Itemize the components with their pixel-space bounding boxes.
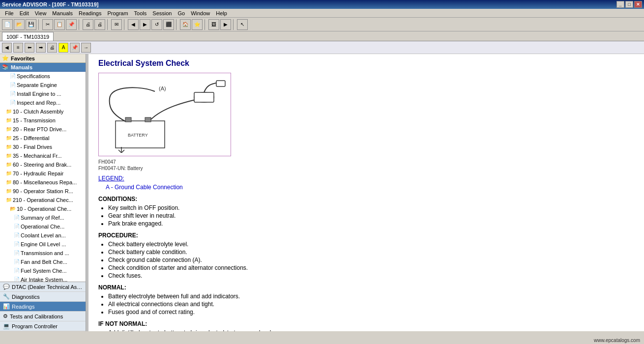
tree-item-8[interactable]: 📁30 - Final Drives	[0, 143, 86, 151]
tab-bar: 100F - TM103319	[0, 31, 644, 41]
procedure-3: Check condition of starter and alternato…	[108, 264, 634, 271]
tree-item-0[interactable]: 📄Specifications	[0, 72, 86, 81]
sidebar-manuals[interactable]: 📚 Manuals	[0, 63, 86, 72]
sidebar-readings[interactable]: 📊 Readings	[0, 302, 86, 312]
menu-readings[interactable]: Readings	[76, 10, 104, 17]
paste-button[interactable]: 📌	[66, 19, 77, 30]
tree-label-8: 30 - Final Drives	[13, 143, 52, 151]
condition-1: Gear shift lever in neutral.	[108, 212, 634, 219]
nav-arrow[interactable]: →	[81, 43, 91, 53]
tree-item-22[interactable]: 📄Fuel System Che...	[0, 266, 86, 275]
menu-manuals[interactable]: Manuals	[49, 10, 76, 17]
tree-item-15[interactable]: 📂10 - Operational Che...	[0, 204, 86, 213]
nav-prev-page[interactable]: ⬅	[25, 43, 34, 53]
home-button[interactable]: 🏠	[180, 19, 191, 30]
video-button[interactable]: ▶	[220, 19, 231, 30]
menu-window[interactable]: Window	[188, 10, 213, 17]
close-button[interactable]: ✕	[634, 1, 642, 8]
print-button[interactable]: 🖨	[83, 19, 93, 30]
open-button[interactable]: 📂	[14, 19, 25, 30]
tree-item-23[interactable]: 📄Air Intake System...	[0, 275, 86, 282]
tree-item-2[interactable]: 📄Install Engine to ...	[0, 89, 86, 98]
content-area: Electrical System Check BATTERY	[88, 54, 644, 331]
menu-help[interactable]: Help	[213, 10, 230, 17]
tree-item-3[interactable]: 📄Inspect and Rep...	[0, 98, 86, 107]
tree-icon-3: 📄	[10, 99, 16, 107]
tree-item-20[interactable]: 📄Transmission and ...	[0, 249, 86, 258]
menu-edit[interactable]: Edit	[17, 10, 32, 17]
menu-program[interactable]: Program	[104, 10, 131, 17]
tree-label-19: Engine Oil Level ...	[21, 240, 66, 248]
tree-icon-20: 📄	[14, 249, 20, 257]
tree-item-13[interactable]: 📁90 - Operator Station R...	[0, 187, 86, 196]
image-button[interactable]: 🖼	[208, 19, 219, 30]
refresh-button[interactable]: ↺	[151, 19, 162, 30]
tree-icon-2: 📄	[10, 90, 16, 98]
tree-item-7[interactable]: 📁25 - Differential	[0, 134, 86, 143]
tree-item-21[interactable]: 📄Fan and Belt Che...	[0, 258, 86, 266]
menu-tools[interactable]: Tools	[131, 10, 150, 17]
bookmark-button[interactable]: ⭐	[192, 19, 203, 30]
email-button[interactable]: ✉	[111, 19, 122, 30]
menu-go[interactable]: Go	[175, 10, 188, 17]
menu-file[interactable]: File	[2, 10, 17, 17]
legend-link[interactable]: LEGEND:	[98, 175, 634, 182]
minimize-button[interactable]: _	[616, 1, 624, 8]
nav-pin[interactable]: 📌	[70, 43, 80, 53]
tree-icon-12: 📁	[6, 178, 12, 186]
manuals-icon: 📚	[2, 64, 9, 70]
tree-icon-13: 📁	[6, 187, 12, 195]
nav-print[interactable]: 🖨	[47, 43, 57, 53]
sidebar-program[interactable]: 💻 Program Controller	[0, 321, 86, 331]
tree-item-6[interactable]: 📁20 - Rear PTO Drive...	[0, 125, 86, 134]
sidebar-tests[interactable]: ⚙ Tests and Calibrations	[0, 312, 86, 321]
nav-contents[interactable]: ≡	[13, 43, 23, 53]
new-button[interactable]: 📄	[2, 19, 13, 30]
procedure-1: Check battery cable condition.	[108, 249, 634, 256]
tree-item-1[interactable]: 📄Separate Engine	[0, 81, 86, 89]
print2-button[interactable]: 🖨	[94, 19, 105, 30]
tree-item-17[interactable]: 📄Operational Che...	[0, 222, 86, 231]
tree-label-23: Air Intake System...	[21, 276, 67, 282]
cursor-button[interactable]: ↖	[237, 19, 248, 30]
conditions-heading: CONDITIONS:	[98, 196, 634, 202]
dtac-label: DTAC (Dealer Technical Assistance C...	[12, 284, 83, 290]
tree-item-10[interactable]: 📁60 - Steering and Brak...	[0, 160, 86, 169]
tree-icon-9: 📁	[6, 152, 12, 160]
forward-button[interactable]: ▶	[140, 19, 150, 30]
tree-icon-22: 📄	[14, 267, 20, 275]
stop-button[interactable]: ⬛	[163, 19, 174, 30]
tree-label-7: 25 - Differential	[13, 134, 49, 142]
main-tab[interactable]: 100F - TM103319	[2, 32, 54, 41]
nav-back[interactable]: ◀	[2, 43, 12, 53]
tree-item-9[interactable]: 📁35 - Mechanical Fr...	[0, 151, 86, 160]
tree-item-18[interactable]: 📄Coolant Level an...	[0, 231, 86, 240]
tree-label-21: Fan and Belt Che...	[21, 258, 67, 266]
toolbar-sep4	[124, 19, 126, 30]
sidebar-favorites[interactable]: ⭐ Favorites	[0, 54, 86, 63]
nav-toolbar: ◀ ≡ ⬅ ➡ 🖨 A 📌 →	[0, 41, 644, 54]
tree-item-4[interactable]: 📁10 - Clutch Assembly	[0, 107, 86, 116]
nav-highlight[interactable]: A	[59, 43, 68, 53]
cut-button[interactable]: ✂	[42, 19, 53, 30]
page-title: Electrical System Check	[98, 59, 634, 68]
tree-item-11[interactable]: 📁70 - Hydraulic Repair	[0, 169, 86, 178]
sidebar-diagnostics[interactable]: 🔧 Diagnostics	[0, 292, 86, 302]
back-button[interactable]: ◀	[128, 19, 139, 30]
sidebar-dtac[interactable]: 💬 DTAC (Dealer Technical Assistance C...	[0, 282, 86, 292]
nav-next-page[interactable]: ➡	[36, 43, 46, 53]
save-button[interactable]: 💾	[26, 19, 36, 30]
menu-view[interactable]: View	[32, 10, 50, 17]
tree-item-5[interactable]: 📁15 - Transmission	[0, 116, 86, 125]
tree-label-17: Operational Che...	[21, 223, 64, 230]
tree-item-14[interactable]: 📁210 - Operational Chec...	[0, 196, 86, 204]
diagnostics-icon: 🔧	[3, 293, 10, 300]
tree-item-12[interactable]: 📁80 - Miscellaneous Repa...	[0, 178, 86, 187]
maximize-button[interactable]: □	[625, 1, 633, 8]
tree-item-19[interactable]: 📄Engine Oil Level ...	[0, 240, 86, 249]
menu-session[interactable]: Session	[149, 10, 175, 17]
copy-button[interactable]: 📋	[54, 19, 65, 30]
tree-item-16[interactable]: 📄Summary of Ref...	[0, 213, 86, 222]
title-bar-buttons: _ □ ✕	[616, 1, 642, 8]
program-icon: 💻	[3, 323, 10, 329]
